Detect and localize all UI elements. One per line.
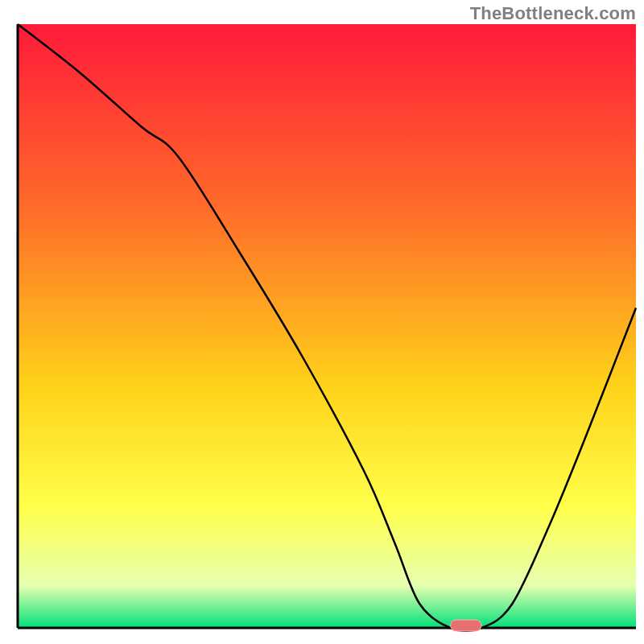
chart-frame: TheBottleneck.com (0, 0, 644, 644)
watermark-text: TheBottleneck.com (470, 3, 636, 24)
optimal-marker (451, 620, 481, 631)
bottleneck-chart (0, 0, 644, 644)
